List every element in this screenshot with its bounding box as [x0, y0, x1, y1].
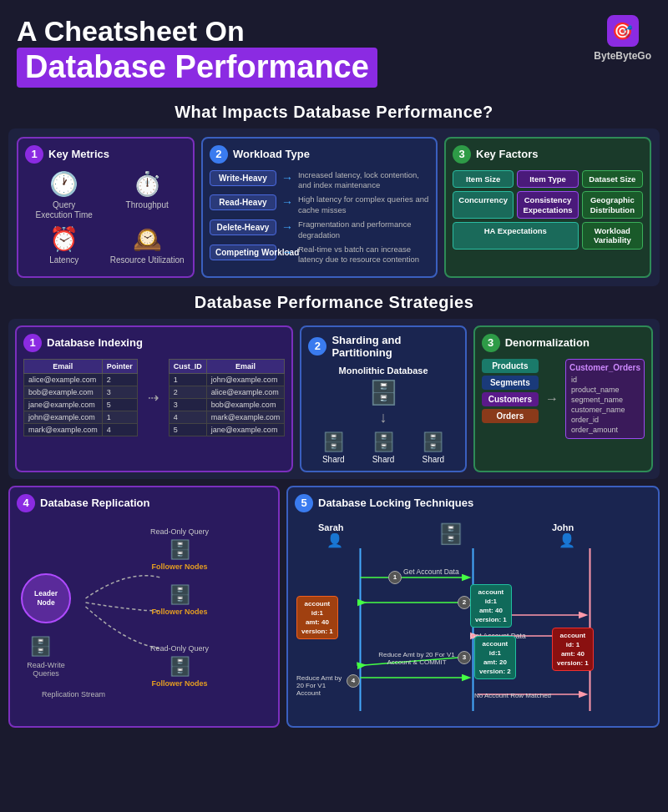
workload-tag-write: Write-Heavy	[210, 170, 276, 186]
co-field-segment: segment_name	[569, 395, 640, 405]
index-table1: Email Pointer alice@example.com2 bob@exa…	[23, 359, 138, 436]
factor-item-type: Item Type	[517, 170, 578, 188]
leader-db-icon: 🗄️	[29, 636, 52, 658]
ro-label-bot: Read-Only Query	[150, 644, 209, 653]
monolithic-label: Monolithic Database	[308, 366, 458, 376]
rw-label: Read-WriteQueries	[17, 661, 75, 678]
shard-row: 🗄️ Shard 🗄️ Shard 🗄️ Shard	[308, 431, 458, 464]
sharding-header: 2 Sharding and Partitioning	[308, 334, 458, 359]
co-field-product: product_name	[569, 385, 640, 395]
co-field-id: id	[569, 375, 640, 385]
lock-card-v2: accountid:1amt: 20version: 2	[474, 636, 516, 680]
lock-card-db: accountid:1amt: 40version: 1	[470, 584, 512, 628]
shard-item-1: 🗄️ Shard	[322, 431, 345, 464]
metrics-num: 1	[25, 145, 43, 164]
workload-desc-competing: Real-time vs batch can increase latency …	[298, 245, 429, 265]
idx-col-email: Email	[24, 359, 103, 373]
down-arrow-icon: ↓	[308, 409, 458, 426]
title-line2: Database Performance	[17, 48, 377, 88]
denorm-entities: Products Segments Customers Orders	[482, 359, 539, 426]
denorm-tables-row: Products Segments Customers Orders → Cus…	[482, 359, 645, 439]
header: A Cheatsheet On Database Performance 🎯 B…	[0, 0, 668, 96]
strategy-section: 1 Database Indexing Email Pointer alice@…	[8, 319, 660, 479]
follower-label-bot: Follower Nodes	[151, 679, 207, 688]
sharding-box: 2 Sharding and Partitioning Monolithic D…	[300, 325, 466, 472]
timer-icon: 🕰️	[133, 225, 162, 253]
indexing-title: Database Indexing	[47, 336, 143, 349]
table-row: 5jane@example.com	[169, 423, 285, 436]
leader-label: LeaderNode	[34, 589, 58, 606]
sharding-title: Sharding and Partitioning	[331, 334, 458, 359]
co-field-customer: customer_name	[569, 405, 640, 415]
indexing-box: 1 Database Indexing Email Pointer alice@…	[15, 325, 293, 472]
lock-card-john: accountid: 1amt: 40version: 1	[552, 628, 594, 672]
metric-label-latency: Latency	[49, 255, 78, 265]
key-metrics-header: 1 Key Metrics	[25, 145, 186, 164]
metrics-grid: 🕐 QueryExecution Time ⏱️ Throughput ⏰ La…	[25, 170, 186, 265]
idx-col-custid: Cust_ID	[169, 359, 206, 373]
denorm-orders: Orders	[482, 409, 539, 423]
arrow-icon-4: →	[281, 245, 293, 259]
replication-diagram: LeaderNode Read-WriteQueries 🗄️ Read-Onl…	[17, 519, 271, 703]
john-label: John	[552, 522, 574, 532]
replication-num: 4	[17, 494, 35, 512]
workload-row-competing: Competing Workload → Real-time vs batch …	[210, 245, 429, 265]
alarm-icon: ⏰	[49, 225, 78, 253]
locking-title: Database Locking Techniques	[318, 497, 473, 509]
denorm-customers: Customers	[482, 392, 539, 406]
step-2-circle: 2	[458, 596, 471, 609]
workload-tag-competing: Competing Workload	[210, 245, 276, 260]
step-4-label: Reduce Amt by 20 For V1 Account	[296, 674, 347, 697]
lock-card-1: accountid:1amt: 40version: 1	[296, 596, 338, 640]
section2-title: Database Performance Strategies	[0, 293, 668, 312]
metrics-title: Key Metrics	[48, 148, 109, 160]
workload-row-delete: Delete-Heavy → Fragmentation and perform…	[210, 219, 429, 240]
lock-diagram: Sarah 👤 🗄️ John 👤 1 Get Account Data acc…	[295, 519, 651, 719]
denorm-title: Denormalization	[505, 336, 590, 349]
merge-arrow-icon: →	[545, 391, 559, 406]
key-factors-header: 3 Key Factors	[453, 145, 643, 164]
factor-consistency: Consistency Expectations	[517, 191, 578, 219]
index-table2: Cust_ID Email 1john@example.com 2alice@e…	[169, 359, 286, 436]
workload-desc-read: High latency for complex queries and cac…	[298, 194, 429, 215]
dashed-arrow-icon: ⇢	[148, 390, 159, 406]
follower-node-bot: Read-Only Query 🗄️ Follower Nodes	[142, 644, 217, 688]
co-field-order-amt: order_amount	[569, 425, 640, 435]
workload-desc-delete: Fragmentation and performance degradatio…	[298, 219, 429, 240]
metric-label-qet: QueryExecution Time	[36, 200, 93, 220]
table-row: alice@example.com2	[24, 373, 138, 386]
factor-concurrency: Concurrency	[453, 191, 514, 219]
shard-item-3: 🗄️ Shard	[422, 431, 444, 464]
replication-header: 4 Database Replication	[17, 494, 271, 512]
locking-box: 5 Database Locking Techniques	[286, 486, 660, 728]
step-1-label: Get Account Data	[403, 567, 459, 576]
follower-node-mid: 🗄️ Follower Nodes	[142, 584, 217, 616]
table-row: 4mark@example.com	[169, 411, 285, 423]
metric-item-resource: 🕰️ Resource Utilization	[108, 225, 185, 265]
idx-col-email2: Email	[206, 359, 285, 373]
arrow-icon-3: →	[281, 220, 293, 234]
step-4-circle: 4	[347, 674, 360, 688]
john-icon: 👤	[559, 532, 575, 548]
table-row: 3bob@example.com	[169, 398, 285, 411]
follower-db-icon-bot: 🗄️	[169, 656, 191, 678]
workload-row-write: Write-Heavy → Increased latency, lock co…	[210, 170, 429, 191]
replication-box: 4 Database Replication LeaderNode Read-W…	[8, 486, 280, 728]
step-1-circle: 1	[388, 571, 402, 584]
table-row: bob@example.com3	[24, 386, 138, 398]
follower-node-top: Read-Only Query 🗄️ Follower Nodes	[142, 527, 217, 571]
logo-text: ByteByteGo	[594, 50, 651, 62]
center-db-icon: 🗄️	[438, 522, 463, 546]
customer-orders-table: Customer_Orders id product_name segment_…	[565, 359, 645, 439]
follower-db-icon-mid: 🗄️	[169, 584, 191, 606]
locking-num: 5	[295, 494, 313, 512]
sharding-num: 2	[308, 337, 326, 356]
workload-box: 2 Workload Type Write-Heavy → Increased …	[201, 137, 438, 278]
indexing-header: 1 Database Indexing	[23, 334, 285, 352]
co-field-order-id: order_id	[569, 415, 640, 425]
logo-icon: 🎯	[607, 15, 639, 47]
shard-label-1: Shard	[322, 455, 345, 464]
follower-label-top: Follower Nodes	[151, 562, 207, 571]
factor-ha: HA Expectations	[453, 222, 579, 250]
denorm-box: 3 Denormalization Products Segments Cust…	[473, 325, 653, 472]
